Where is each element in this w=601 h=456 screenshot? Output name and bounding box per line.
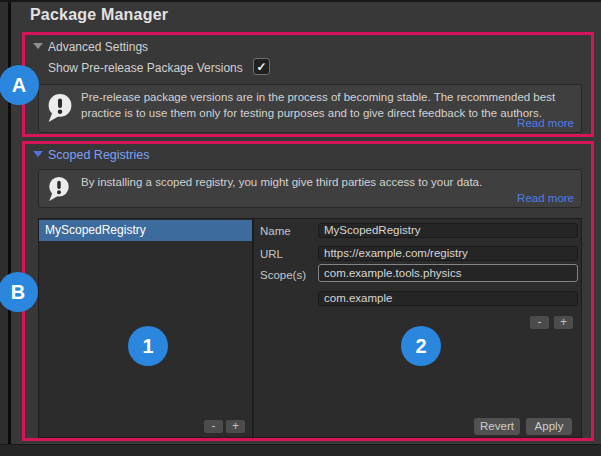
url-input[interactable]: https://example.com/registry: [318, 246, 578, 261]
name-input[interactable]: MyScopedRegistry: [318, 223, 578, 238]
name-field-label: Name: [260, 225, 291, 237]
callout-badge-a: A: [0, 65, 39, 105]
checkmark-icon: ✓: [256, 60, 266, 74]
scope-input[interactable]: com.example: [318, 291, 578, 306]
scope-add-button[interactable]: +: [554, 316, 573, 329]
registry-list-item-selected[interactable]: MyScopedRegistry: [39, 220, 252, 241]
scoped-registry-info-text: By installing a scoped registry, you mig…: [81, 175, 569, 191]
foldout-arrow-icon[interactable]: [33, 151, 43, 157]
prerelease-checkbox[interactable]: ✓: [253, 58, 270, 75]
callout-badge-2: 2: [401, 326, 441, 366]
callout-badge-1: 1: [128, 326, 168, 366]
window-bottom-strip: [0, 444, 601, 456]
info-speech-bubble-icon: [47, 176, 71, 202]
url-field-label: URL: [260, 248, 283, 260]
prerelease-checkbox-label: Show Pre-release Package Versions: [48, 61, 243, 75]
window-top-border: [0, 0, 601, 2]
read-more-link[interactable]: Read more: [517, 117, 574, 129]
registry-remove-button[interactable]: -: [204, 420, 223, 433]
read-more-link[interactable]: Read more: [517, 192, 574, 204]
scopes-field-label: Scope(s): [260, 269, 306, 281]
apply-button[interactable]: Apply: [526, 418, 572, 435]
prerelease-info-box: Pre-release package versions are in the …: [38, 84, 582, 133]
scope-input-focused[interactable]: com.example.tools.physics: [318, 264, 578, 282]
pane-divider: [252, 218, 254, 438]
revert-button[interactable]: Revert: [474, 418, 520, 435]
page-title: Package Manager: [30, 6, 168, 24]
scope-remove-button[interactable]: -: [530, 316, 549, 329]
foldout-arrow-icon[interactable]: [33, 43, 43, 49]
advanced-settings-foldout[interactable]: Advanced Settings: [48, 40, 148, 54]
info-speech-bubble-icon: [46, 93, 74, 123]
scoped-registries-foldout[interactable]: Scoped Registries: [48, 148, 149, 162]
prerelease-info-text: Pre-release package versions are in the …: [81, 90, 569, 121]
package-manager-settings-window: Package Manager Advanced Settings Show P…: [0, 0, 601, 456]
registry-add-button[interactable]: +: [226, 420, 245, 433]
scoped-registry-info-box: By installing a scoped registry, you mig…: [38, 169, 582, 208]
